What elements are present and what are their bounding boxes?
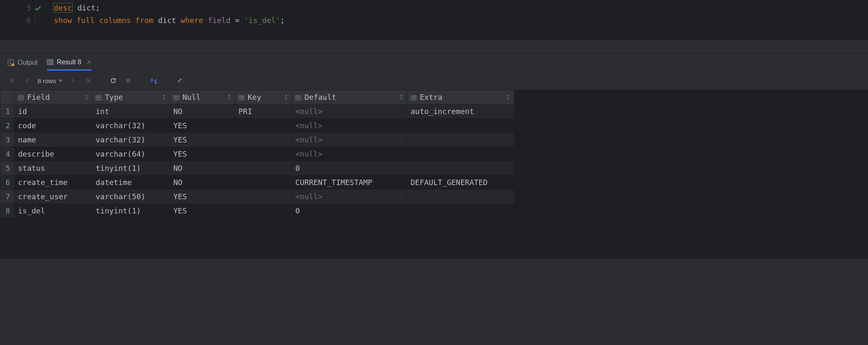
cell-type[interactable]: datetime: [92, 175, 170, 190]
cell-default[interactable]: 0: [292, 161, 407, 175]
code-line[interactable]: desc dict;: [54, 2, 285, 14]
sort-icon[interactable]: [162, 93, 166, 101]
cell-field[interactable]: is_del: [15, 204, 92, 218]
cell-field[interactable]: create_user: [15, 190, 92, 204]
sort-icon[interactable]: [399, 93, 404, 101]
cell-type[interactable]: varchar(32): [92, 133, 170, 147]
rows-label: 8 rows: [38, 77, 56, 84]
table-row[interactable]: 5statustinyint(1)NO0: [0, 161, 514, 175]
column-header-field[interactable]: Field: [15, 90, 92, 104]
stop-button[interactable]: [123, 76, 133, 86]
reload-button[interactable]: [108, 76, 118, 86]
cell-type[interactable]: varchar(32): [92, 119, 170, 133]
column-header-default[interactable]: Default: [292, 90, 407, 104]
null-value: <null>: [295, 150, 322, 158]
tab-result[interactable]: Result 8: [47, 58, 91, 71]
column-header-null[interactable]: Null: [170, 90, 235, 104]
cell-null[interactable]: YES: [170, 204, 235, 218]
close-icon[interactable]: [86, 58, 91, 66]
cell-extra[interactable]: DEFAULT_GENERATED: [407, 175, 514, 190]
table-row[interactable]: 2codevarchar(32)YES<null>: [0, 119, 514, 133]
sort-icon[interactable]: [84, 93, 89, 101]
cell-extra[interactable]: [407, 190, 514, 204]
row-number: 1: [0, 104, 15, 119]
cell-type[interactable]: varchar(50): [92, 190, 170, 204]
toolbar-separator: [100, 76, 101, 85]
column-icon: [239, 95, 244, 101]
cell-key[interactable]: [235, 161, 292, 175]
cell-field[interactable]: id: [15, 104, 92, 119]
first-page-button[interactable]: [8, 76, 18, 86]
cell-extra[interactable]: [407, 133, 514, 147]
cell-type[interactable]: int: [92, 104, 170, 119]
table-row[interactable]: 7create_uservarchar(50)YES<null>: [0, 190, 514, 204]
column-icon: [295, 95, 301, 101]
cell-key[interactable]: [235, 147, 292, 161]
cell-key[interactable]: [235, 119, 292, 133]
cell-default[interactable]: <null>: [292, 133, 407, 147]
column-icon: [96, 95, 102, 101]
cell-null[interactable]: YES: [170, 119, 235, 133]
cell-default[interactable]: 0: [292, 204, 407, 218]
table-row[interactable]: 4describevarchar(64)YES<null>: [0, 147, 514, 161]
rows-dropdown[interactable]: 8 rows: [38, 77, 63, 84]
cell-extra[interactable]: auto_increment: [407, 104, 514, 119]
cell-key[interactable]: [235, 133, 292, 147]
result-grid-wrap[interactable]: FieldTypeNullKeyDefaultExtra 1idintNOPRI…: [0, 90, 868, 259]
svg-rect-6: [174, 96, 179, 100]
cell-null[interactable]: NO: [170, 104, 235, 119]
null-value: <null>: [295, 107, 322, 116]
cell-null[interactable]: NO: [170, 175, 235, 190]
svg-rect-9: [411, 96, 416, 100]
cell-extra[interactable]: [407, 161, 514, 175]
cell-type[interactable]: varchar(64): [92, 147, 170, 161]
cell-null[interactable]: NO: [170, 161, 235, 175]
cell-field[interactable]: code: [15, 119, 92, 133]
cell-extra[interactable]: [407, 204, 514, 218]
cell-field[interactable]: describe: [15, 147, 92, 161]
table-row[interactable]: 3namevarchar(32)YES<null>: [0, 133, 514, 147]
editor-code[interactable]: desc dict;show full columns from dict wh…: [35, 2, 285, 27]
column-header-key[interactable]: Key: [235, 90, 292, 104]
last-page-button[interactable]: [83, 76, 93, 86]
cell-key[interactable]: [235, 204, 292, 218]
cell-null[interactable]: YES: [170, 133, 235, 147]
cell-key[interactable]: [235, 190, 292, 204]
cell-default[interactable]: <null>: [292, 119, 407, 133]
cell-key[interactable]: [235, 175, 292, 190]
cell-extra[interactable]: [407, 147, 514, 161]
cell-type[interactable]: tinyint(1): [92, 161, 170, 175]
cell-default[interactable]: <null>: [292, 147, 407, 161]
cell-null[interactable]: YES: [170, 190, 235, 204]
cell-null[interactable]: YES: [170, 147, 235, 161]
null-value: <null>: [295, 135, 322, 144]
tab-output[interactable]: Output: [8, 59, 38, 70]
cell-extra[interactable]: [407, 119, 514, 133]
column-header-type[interactable]: Type: [92, 90, 170, 104]
cell-field[interactable]: status: [15, 161, 92, 175]
cell-field[interactable]: name: [15, 133, 92, 147]
next-page-button[interactable]: [68, 76, 78, 86]
sql-editor[interactable]: 56 desc dict;show full columns from dict…: [0, 0, 868, 40]
cell-type[interactable]: tinyint(1): [92, 204, 170, 218]
table-row[interactable]: 1idintNOPRI<null>auto_increment: [0, 104, 514, 119]
prev-page-button[interactable]: [23, 76, 33, 86]
sort-icon[interactable]: [506, 93, 510, 101]
code-line[interactable]: show full columns from dict where field …: [54, 14, 285, 27]
run-line-check-icon[interactable]: [34, 3, 42, 16]
cell-default[interactable]: <null>: [292, 104, 407, 119]
cell-key[interactable]: PRI: [235, 104, 292, 119]
pin-button[interactable]: [174, 76, 184, 86]
cell-default[interactable]: CURRENT_TIMESTAMP: [292, 175, 407, 190]
table-row[interactable]: 8is_deltinyint(1)YES0: [0, 204, 514, 218]
column-header-label: Null: [183, 93, 201, 101]
column-icon: [411, 95, 416, 101]
table-row[interactable]: 6create_timedatetimeNOCURRENT_TIMESTAMPD…: [0, 175, 514, 190]
sort-icon[interactable]: [227, 93, 231, 101]
cell-field[interactable]: create_time: [15, 175, 92, 190]
column-header-extra[interactable]: Extra: [407, 90, 514, 104]
sort-icon[interactable]: [284, 93, 288, 101]
column-icon: [18, 95, 24, 101]
compare-button[interactable]: [149, 76, 159, 86]
cell-default[interactable]: <null>: [292, 190, 407, 204]
